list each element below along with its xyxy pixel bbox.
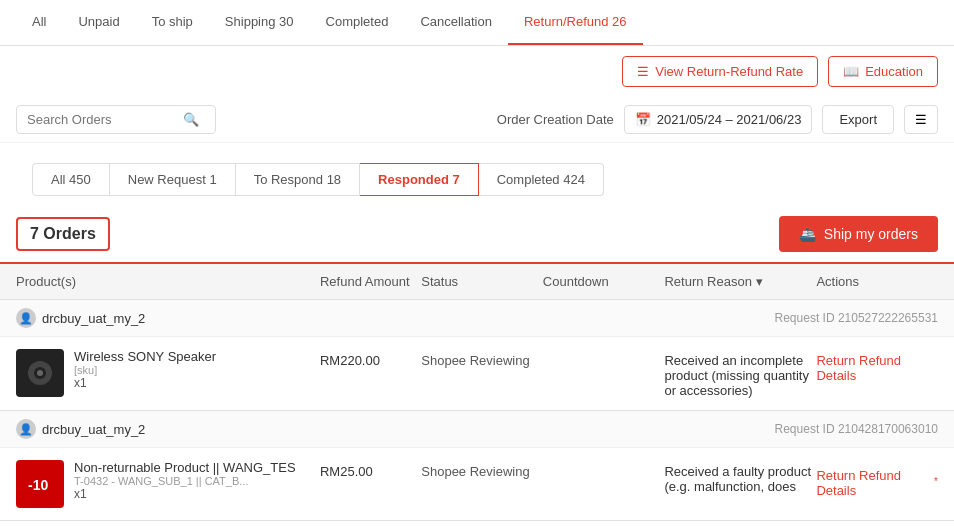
product-info-2: Non-returnable Product || WANG_TES T-043… (74, 460, 296, 501)
product-cell-2: -10 Non-returnable Product || WANG_TES T… (16, 460, 320, 508)
more-options-button[interactable]: ☰ (904, 105, 938, 134)
sub-tabs: All 450 New Request 1 To Respond 18 Resp… (16, 153, 938, 206)
return-reason-label: Return Reason (664, 274, 751, 289)
tab-return-refund[interactable]: Return/Refund 26 (508, 0, 643, 45)
product-sku-2: T-0432 - WANG_SUB_1 || CAT_B... (74, 475, 296, 487)
product-cell-1: Wireless SONY Speaker [sku] x1 (16, 349, 320, 397)
reason-1: Received an incomplete product (missing … (664, 349, 816, 398)
action-indicator-2: * (934, 476, 938, 487)
seller-info-1: 👤 drcbuy_uat_my_2 (16, 308, 145, 328)
status-2: Shopee Reviewing (421, 460, 543, 479)
ship-my-orders-button[interactable]: 🚢 Ship my orders (779, 216, 938, 252)
product-image-2: -10 (16, 460, 64, 508)
date-label: Order Creation Date (497, 112, 614, 127)
order-block-1: 👤 drcbuy_uat_my_2 Request ID 21052722226… (0, 300, 954, 411)
ship-btn-label: Ship my orders (824, 226, 918, 242)
education-button[interactable]: 📖 Education (828, 56, 938, 87)
order-info-row-2: 👤 drcbuy_uat_my_2 Request ID 21042817006… (0, 411, 954, 448)
svg-text:-10: -10 (28, 477, 48, 493)
order-block-2: 👤 drcbuy_uat_my_2 Request ID 21042817006… (0, 411, 954, 521)
tab-all[interactable]: All (16, 0, 62, 45)
refund-amount-1: RM220.00 (320, 349, 421, 368)
avatar-2: 👤 (16, 419, 36, 439)
status-1: Shopee Reviewing (421, 349, 543, 368)
sub-tab-to-respond[interactable]: To Respond 18 (236, 163, 360, 196)
product-qty-2: x1 (74, 487, 296, 501)
product-row-2: -10 Non-returnable Product || WANG_TES T… (0, 448, 954, 520)
chevron-down-icon: ▾ (756, 274, 763, 289)
avatar-1: 👤 (16, 308, 36, 328)
tab-completed[interactable]: Completed (310, 0, 405, 45)
col-countdown: Countdown (543, 274, 665, 289)
education-label: Education (865, 64, 923, 79)
list-icon: ☰ (637, 64, 649, 79)
refund-amount-2: RM25.00 (320, 460, 421, 479)
calendar-icon: 📅 (635, 112, 651, 127)
request-id-2: Request ID 210428170063010 (775, 422, 938, 436)
ship-icon: 🚢 (799, 226, 816, 242)
product-name-2: Non-returnable Product || WANG_TES (74, 460, 296, 475)
sub-tab-all[interactable]: All 450 (32, 163, 110, 196)
tab-shipping[interactable]: Shipping 30 (209, 0, 310, 45)
sub-tab-responded[interactable]: Responded 7 (360, 163, 479, 196)
date-range-picker[interactable]: 📅 2021/05/24 – 2021/06/23 (624, 105, 813, 134)
action-link-2[interactable]: Return Refund Details (816, 464, 932, 498)
product-row-1: Wireless SONY Speaker [sku] x1 RM220.00 … (0, 337, 954, 410)
orders-count: 7 Orders (16, 217, 110, 251)
reason-2: Received a faulty product (e.g. malfunct… (664, 460, 816, 494)
tab-to-ship[interactable]: To ship (136, 0, 209, 45)
export-button[interactable]: Export (822, 105, 894, 134)
col-status: Status (421, 274, 543, 289)
product-name-1: Wireless SONY Speaker (74, 349, 216, 364)
order-info-row-1: 👤 drcbuy_uat_my_2 Request ID 21052722226… (0, 300, 954, 337)
sub-tab-completed[interactable]: Completed 424 (479, 163, 604, 196)
sub-tabs-container: All 450 New Request 1 To Respond 18 Resp… (0, 143, 954, 206)
countdown-2 (543, 460, 665, 464)
toolbar-row: ☰ View Return-Refund Rate 📖 Education (0, 46, 954, 97)
date-range-value: 2021/05/24 – 2021/06/23 (657, 112, 802, 127)
book-icon: 📖 (843, 64, 859, 79)
sub-tab-new-request[interactable]: New Request 1 (110, 163, 236, 196)
search-input[interactable] (27, 112, 177, 127)
col-return-reason: Return Reason ▾ (664, 274, 816, 289)
search-box[interactable]: 🔍 (16, 105, 216, 134)
view-refund-label: View Return-Refund Rate (655, 64, 803, 79)
seller-info-2: 👤 drcbuy_uat_my_2 (16, 419, 145, 439)
request-id-1: Request ID 210527222265531 (775, 311, 938, 325)
menu-icon: ☰ (915, 112, 927, 127)
search-icon: 🔍 (183, 112, 199, 127)
product-info-1: Wireless SONY Speaker [sku] x1 (74, 349, 216, 390)
product-sku-1: [sku] (74, 364, 216, 376)
col-actions: Actions (816, 274, 938, 289)
svg-point-2 (37, 370, 43, 376)
filter-row: 🔍 Order Creation Date 📅 2021/05/24 – 202… (0, 97, 954, 143)
table-header: Product(s) Refund Amount Status Countdow… (0, 262, 954, 300)
product-image-1 (16, 349, 64, 397)
action-link-1[interactable]: Return Refund Details (816, 349, 938, 383)
view-return-refund-rate-button[interactable]: ☰ View Return-Refund Rate (622, 56, 818, 87)
tab-unpaid[interactable]: Unpaid (62, 0, 135, 45)
col-refund-amount: Refund Amount (320, 274, 421, 289)
col-products: Product(s) (16, 274, 320, 289)
top-nav: All Unpaid To ship Shipping 30 Completed… (0, 0, 954, 46)
product-qty-1: x1 (74, 376, 216, 390)
countdown-1 (543, 349, 665, 353)
seller-name-2: drcbuy_uat_my_2 (42, 422, 145, 437)
tab-cancellation[interactable]: Cancellation (404, 0, 508, 45)
seller-name-1: drcbuy_uat_my_2 (42, 311, 145, 326)
orders-header: 7 Orders 🚢 Ship my orders (0, 206, 954, 262)
